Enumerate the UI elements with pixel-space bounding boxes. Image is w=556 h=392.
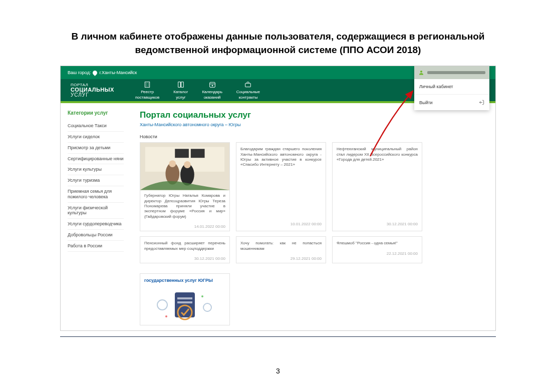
svg-point-20 [169, 160, 176, 167]
sidebar-item[interactable]: Работа в России [68, 241, 124, 252]
sidebar-item[interactable]: Услуги туризма [68, 175, 124, 186]
nav-label-l2: поставщиков [135, 95, 159, 100]
location-pin-icon [92, 70, 99, 76]
news-card-text: Флешмоб "Россия - одна семья!" [337, 241, 418, 246]
content: Категории услуг Социальное Такси Услуги … [61, 103, 495, 330]
nav-label-l1: Социальные [236, 90, 260, 94]
main-content: Портал социальных услуг Ханты-Мансийског… [131, 103, 495, 330]
svg-point-29 [165, 315, 167, 317]
news-card-text: Хочу помогать: как не попасться мошенник… [240, 241, 322, 251]
news-card-date: 29.12.2021 00:00 [240, 256, 322, 261]
news-card-date: 30.12.2021 00:00 [387, 222, 418, 227]
menu-personal-cabinet-label: Личный кабинет [419, 84, 453, 89]
news-card-text: Нефтеюганский муниципальный район стал л… [337, 147, 418, 162]
brand-logo[interactable]: ПОРТАЛ СОЦИАЛЬНЫХ УСЛУГ [61, 83, 121, 98]
nav-item-calendar[interactable]: Календарь оказаний [202, 81, 222, 100]
nav-item-contracts[interactable]: Социальные контракты [236, 81, 260, 100]
nav-items: Реестр поставщиков Каталог услуг Календа… [135, 81, 260, 100]
book-icon [177, 81, 185, 89]
sidebar-title: Категории услуг [68, 110, 124, 116]
svg-rect-14 [245, 84, 251, 87]
news-card[interactable]: Пенсионный фонд расширяет перечень предо… [140, 236, 230, 263]
news-column: Нефтеюганский муниципальный район стал л… [332, 142, 422, 325]
news-grid: Губернатор Югры Наталья Комарова и дирек… [140, 142, 486, 325]
city-label: Ваш город: [68, 70, 91, 75]
sidebar-item[interactable]: Услуги физической культуры [68, 203, 124, 219]
user-dropdown: Личный кабинет Выйти [414, 66, 489, 110]
brand-text: ПОРТАЛ СОЦИАЛЬНЫХ УСЛУГ [71, 83, 114, 98]
sidebar-item[interactable]: Сертифицированные няни [68, 154, 124, 165]
menu-logout-label: Выйти [419, 100, 433, 105]
svg-rect-3 [145, 82, 149, 88]
promo-illustration [140, 285, 229, 325]
svg-point-30 [201, 295, 203, 297]
news-card-date: 14.01.2022 00:00 [144, 224, 225, 229]
user-dropdown-header[interactable] [414, 66, 489, 79]
document-title-line1: В личном кабинете отображены данные поль… [30, 30, 526, 44]
calendar-icon [208, 81, 216, 89]
news-card[interactable]: Хочу помогать: как не попасться мошенник… [236, 236, 326, 263]
news-card[interactable]: Губернатор Югры Наталья Комарова и дирек… [140, 142, 230, 231]
screenshot-frame: Личный кабинет Выйти Ваш город: г.Ханты-… [60, 66, 496, 331]
document-title-line2: ведомственной информационной системе (ПП… [30, 44, 526, 57]
promo-card[interactable]: государственных услуг ЮГРЫ [140, 273, 230, 325]
svg-rect-17 [175, 149, 189, 158]
news-column: Губернатор Югры Наталья Комарова и дирек… [140, 142, 230, 325]
news-section-label: Новости [140, 134, 486, 139]
sidebar-item[interactable]: Социальное Такси [68, 121, 124, 132]
sidebar-item[interactable]: Приемная семья для пожилого человека [68, 186, 124, 203]
logout-icon [479, 100, 484, 105]
sidebar: Категории услуг Социальное Такси Услуги … [61, 103, 131, 330]
user-name-placeholder [427, 71, 485, 74]
svg-point-28 [203, 303, 211, 311]
svg-point-27 [157, 300, 167, 310]
nav-item-registry[interactable]: Реестр поставщиков [135, 81, 159, 100]
svg-rect-25 [177, 301, 192, 303]
svg-rect-11 [209, 83, 215, 88]
city-value[interactable]: г.Ханты-Мансийск [99, 70, 137, 75]
nav-label-l2: контракты [238, 95, 257, 100]
svg-point-0 [420, 71, 422, 73]
menu-personal-cabinet[interactable]: Личный кабинет [414, 79, 489, 95]
sidebar-item[interactable]: Услуги сурдопереводчика [68, 219, 124, 230]
menu-logout[interactable]: Выйти [414, 95, 489, 110]
building-icon [143, 81, 151, 89]
brand-line3: УСЛУГ [71, 93, 114, 98]
svg-rect-18 [191, 149, 205, 158]
nav-label-l1: Реестр [141, 90, 154, 94]
svg-point-13 [212, 85, 213, 86]
news-card[interactable]: Флешмоб "Россия - одна семья!" 22.12.202… [332, 236, 422, 263]
nav-label-l2: оказаний [204, 95, 221, 100]
news-card-date: 22.12.2021 00:00 [337, 251, 418, 256]
news-card-text: Пенсионный фонд расширяет перечень предо… [144, 241, 225, 251]
promo-title: государственных услуг ЮГРЫ [140, 274, 229, 285]
news-card-text: Благодарим граждан старшего поколения Ха… [240, 147, 322, 168]
page-subtitle: Ханты-Мансийского автономного округа – Ю… [140, 122, 486, 127]
nav-item-catalog[interactable]: Каталог услуг [173, 81, 188, 100]
sidebar-item[interactable]: Услуги сиделок [68, 132, 124, 143]
page-title: Портал социальных услуг [140, 110, 486, 120]
photo-illustration [140, 143, 229, 190]
nav-label-l1: Каталог [173, 90, 188, 94]
nav-label-l2: услуг [176, 95, 186, 100]
news-photo [140, 143, 229, 190]
page-number: 3 [0, 367, 556, 375]
sidebar-item[interactable]: Присмотр за детьми [68, 143, 124, 154]
sidebar-item[interactable]: Услуги культуры [68, 164, 124, 175]
nav-label-l1: Календарь [202, 90, 222, 94]
document-title: В личном кабинете отображены данные поль… [0, 0, 556, 57]
news-card-date: 10.01.2022 00:00 [291, 222, 322, 227]
news-card[interactable]: Нефтеюганский муниципальный район стал л… [332, 142, 422, 231]
news-column: Благодарим граждан старшего поколения Ха… [236, 142, 326, 325]
svg-rect-24 [177, 297, 192, 299]
footer-rule [60, 336, 496, 337]
news-card[interactable]: Благодарим граждан старшего поколения Ха… [236, 142, 326, 231]
news-card-text: Губернатор Югры Наталья Комарова и дирек… [144, 193, 225, 219]
sidebar-item[interactable]: Добровольцы России [68, 230, 124, 241]
briefcase-icon [244, 81, 252, 89]
news-card-date: 30.12.2021 00:00 [144, 256, 225, 261]
svg-point-22 [184, 161, 191, 168]
user-icon [418, 70, 424, 76]
